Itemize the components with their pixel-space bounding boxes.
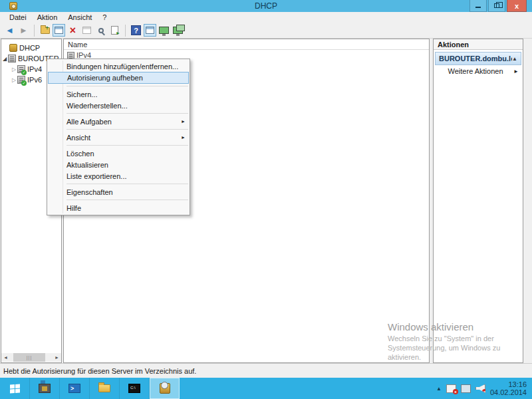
menu-item-label: Alle Aufgaben xyxy=(66,118,112,126)
menu-item-label: Aktualisieren xyxy=(66,161,108,169)
folder-up-icon xyxy=(41,27,50,34)
menu-item-label: Wiederherstellen... xyxy=(66,102,128,110)
window-controls: x xyxy=(468,0,527,12)
toolbar: ◄ ► × ? xyxy=(0,23,532,39)
delete-button[interactable]: × xyxy=(66,24,79,37)
show-hide-action-pane-button[interactable] xyxy=(144,24,156,37)
menu-item-wiederherstellen[interactable]: Wiederherstellen... xyxy=(47,100,190,111)
tray-date: 04.02.2014 xyxy=(490,388,527,396)
menu-separator xyxy=(66,113,188,114)
restore-button[interactable] xyxy=(488,0,505,12)
menu-item-label: Sichern... xyxy=(66,90,97,98)
file-explorer-button[interactable] xyxy=(90,378,120,399)
help-button[interactable]: ? xyxy=(130,24,142,37)
menu-item-autorisierung-aufheben[interactable]: Autorisierung aufheben xyxy=(48,72,189,84)
menu-item-hilfe[interactable]: Hilfe xyxy=(47,202,190,213)
menu-ansicht[interactable]: Ansicht xyxy=(63,13,97,22)
menu-item-ansicht[interactable]: Ansicht ► xyxy=(47,132,190,143)
more-actions-item[interactable]: Weitere Aktionen ► xyxy=(434,65,523,77)
menu-item-eigenschaften[interactable]: Eigenschaften xyxy=(47,186,190,198)
menu-separator xyxy=(66,200,188,200)
actions-pane-title: Aktionen xyxy=(434,39,523,50)
volume-muted-icon[interactable]: x xyxy=(475,384,485,393)
expand-open-icon[interactable]: ◢ xyxy=(1,56,8,62)
submenu-arrow-icon: ► xyxy=(181,119,186,124)
ipv4-list-icon xyxy=(67,52,74,59)
menu-help[interactable]: ? xyxy=(97,13,112,22)
scrollbar-track[interactable]: ||| xyxy=(10,353,53,362)
status-text: Hebt die Autorisierung für diesen Server… xyxy=(3,367,196,375)
scrollbar-thumb[interactable]: ||| xyxy=(13,353,45,362)
refresh-button[interactable] xyxy=(94,24,107,37)
dhcp-root-icon xyxy=(9,44,17,52)
monitor-icon xyxy=(159,27,169,34)
up-one-level-button[interactable] xyxy=(39,24,51,37)
tree-node-dhcp[interactable]: DHCP xyxy=(1,43,61,53)
scroll-right-icon[interactable]: ► xyxy=(53,353,61,362)
title-bar: DHCP x xyxy=(0,0,532,12)
taskbar: > C:\ ▲ x x 13:16 04.02.2014 xyxy=(0,378,532,399)
tray-expand-icon[interactable]: ▲ xyxy=(436,386,442,392)
network-status-icon[interactable] xyxy=(461,384,471,393)
menu-item-label: Löschen xyxy=(66,150,94,158)
submenu-arrow-icon: ► xyxy=(181,135,186,140)
menu-item-label: Hilfe xyxy=(66,204,81,212)
show-hide-console-tree-button[interactable] xyxy=(53,24,65,37)
ipv4-icon xyxy=(17,65,25,73)
magnifier-icon xyxy=(98,28,104,33)
powershell-button[interactable]: > xyxy=(60,378,90,399)
expand-closed-icon[interactable]: ▷ xyxy=(11,77,17,83)
name-column-header[interactable]: Name xyxy=(64,39,429,50)
menu-item-label: Ansicht xyxy=(66,134,90,142)
menu-item-alle-aufgaben[interactable]: Alle Aufgaben ► xyxy=(47,116,190,127)
action-pane-icon xyxy=(146,27,154,34)
menu-separator xyxy=(66,145,188,146)
menu-item-bindungen[interactable]: Bindungen hinzufügen/entfernen... xyxy=(47,61,190,72)
console-window-button[interactable] xyxy=(158,24,170,37)
properties-icon xyxy=(82,27,91,34)
ipv6-icon xyxy=(17,76,25,84)
actions-group-label: BUROUTER.dombu.lo... xyxy=(439,55,512,63)
toolbar-separator xyxy=(125,25,126,37)
back-icon: ◄ xyxy=(5,26,14,35)
menu-item-label: Autorisierung aufheben xyxy=(67,74,143,82)
menu-separator xyxy=(66,86,188,86)
actions-pane: Aktionen BUROUTER.dombu.lo... ▲ Weitere … xyxy=(433,39,523,363)
menu-datei[interactable]: Datei xyxy=(4,13,32,22)
tray-clock[interactable]: 13:16 04.02.2014 xyxy=(490,380,527,396)
tray-time: 13:16 xyxy=(490,380,527,388)
menu-item-liste-exportieren[interactable]: Liste exportieren... xyxy=(47,170,190,182)
tree-horizontal-scrollbar[interactable]: ◄ ||| ► xyxy=(1,353,61,362)
menu-item-loeschen[interactable]: Löschen xyxy=(47,148,190,159)
scroll-left-icon[interactable]: ◄ xyxy=(1,353,10,362)
restore-icon xyxy=(494,3,499,8)
help-icon: ? xyxy=(131,25,141,35)
menu-item-sichern[interactable]: Sichern... xyxy=(47,88,190,100)
forward-button[interactable]: ► xyxy=(17,24,30,37)
cmd-icon: C:\ xyxy=(128,384,140,393)
menu-bar: Datei Aktion Ansicht ? xyxy=(0,12,532,23)
close-button[interactable]: x xyxy=(507,0,527,12)
dual-monitor-icon xyxy=(173,27,183,34)
actions-group-header[interactable]: BUROUTER.dombu.lo... ▲ xyxy=(435,52,521,65)
server-manager-button[interactable] xyxy=(30,378,60,399)
menu-item-label: Bindungen hinzufügen/entfernen... xyxy=(66,63,178,70)
status-bar: Hebt die Autorisierung für diesen Server… xyxy=(0,363,532,378)
menu-aktion[interactable]: Aktion xyxy=(32,13,63,22)
command-prompt-button[interactable]: C:\ xyxy=(120,378,150,399)
minimize-button[interactable] xyxy=(469,0,487,12)
expand-closed-icon[interactable]: ▷ xyxy=(11,66,17,72)
more-actions-label: Weitere Aktionen xyxy=(438,67,513,75)
back-button[interactable]: ◄ xyxy=(3,24,16,37)
export-list-icon xyxy=(111,26,118,35)
export-list-button[interactable] xyxy=(108,24,121,37)
console-tree-icon xyxy=(55,27,63,34)
delete-icon: × xyxy=(70,25,76,36)
start-button[interactable] xyxy=(0,378,30,399)
context-menu: Bindungen hinzufügen/entfernen... Autori… xyxy=(47,59,190,215)
dhcp-taskbar-button[interactable] xyxy=(150,378,180,399)
collapse-up-icon[interactable]: ▲ xyxy=(512,56,517,62)
menu-item-aktualisieren[interactable]: Aktualisieren xyxy=(47,159,190,170)
action-center-icon[interactable]: x xyxy=(446,384,456,393)
new-window-button[interactable] xyxy=(172,24,184,37)
